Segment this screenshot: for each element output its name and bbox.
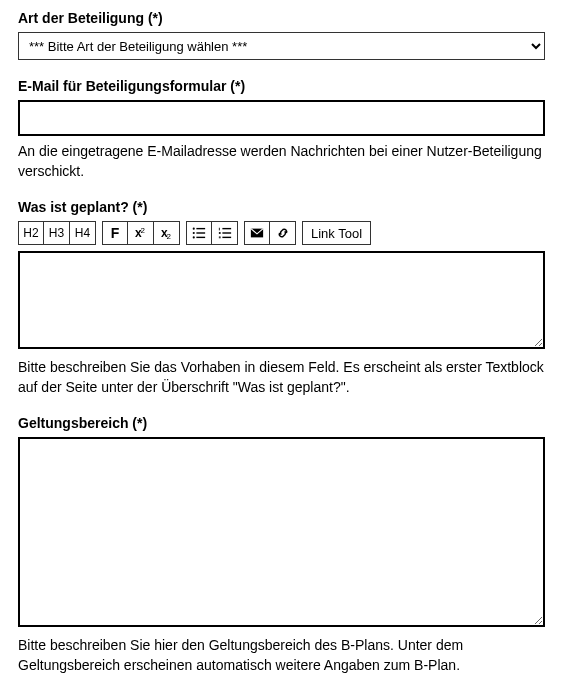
email-label: E-Mail für Beteiligungsformular (*) [18, 78, 545, 94]
svg-rect-13 [222, 237, 231, 238]
rich-text-toolbar: H2 H3 H4 F x2 x2 Link Tool [18, 221, 545, 245]
svg-point-4 [193, 237, 195, 239]
svg-rect-12 [218, 238, 220, 239]
superscript-button[interactable]: x2 [128, 221, 154, 245]
email-input[interactable] [18, 100, 545, 136]
planned-field: Was ist geplant? (*) H2 H3 H4 F x2 x2 [18, 199, 545, 397]
participation-type-field: Art der Beteiligung (*) *** Bitte Art de… [18, 10, 545, 60]
svg-rect-6 [218, 228, 219, 231]
bold-button[interactable]: F [102, 221, 128, 245]
unordered-list-icon [192, 226, 206, 240]
email-button[interactable] [244, 221, 270, 245]
ordered-list-icon [218, 226, 232, 240]
insert-group [244, 221, 296, 245]
svg-rect-9 [218, 233, 220, 234]
scope-help-text: Bitte beschreiben Sie hier den Geltungsb… [18, 636, 545, 675]
scope-textarea[interactable] [18, 437, 545, 627]
svg-rect-7 [222, 228, 231, 229]
svg-rect-3 [196, 232, 205, 233]
heading-group: H2 H3 H4 [18, 221, 96, 245]
svg-rect-8 [218, 232, 220, 233]
scope-label: Geltungsbereich (*) [18, 415, 545, 431]
link-icon [276, 226, 290, 240]
h3-button[interactable]: H3 [44, 221, 70, 245]
svg-point-0 [193, 228, 195, 230]
svg-point-2 [193, 232, 195, 234]
participation-type-label: Art der Beteiligung (*) [18, 10, 545, 26]
participation-type-select[interactable]: *** Bitte Art der Beteiligung wählen *** [18, 32, 545, 60]
envelope-icon [250, 226, 264, 240]
h4-button[interactable]: H4 [70, 221, 96, 245]
unordered-list-button[interactable] [186, 221, 212, 245]
subscript-button[interactable]: x2 [154, 221, 180, 245]
planned-textarea[interactable] [18, 251, 545, 349]
link-tool-button[interactable]: Link Tool [302, 221, 371, 245]
list-group [186, 221, 238, 245]
svg-rect-5 [196, 237, 205, 238]
ordered-list-button[interactable] [212, 221, 238, 245]
h2-button[interactable]: H2 [18, 221, 44, 245]
email-field: E-Mail für Beteiligungsformular (*) An d… [18, 78, 545, 181]
svg-rect-1 [196, 228, 205, 229]
linktool-group: Link Tool [302, 221, 371, 245]
planned-help-text: Bitte beschreiben Sie das Vorhaben in di… [18, 358, 545, 397]
planned-label: Was ist geplant? (*) [18, 199, 545, 215]
email-help-text: An die eingetragene E-Mailadresse werden… [18, 142, 545, 181]
svg-rect-10 [222, 232, 231, 233]
link-button[interactable] [270, 221, 296, 245]
format-group: F x2 x2 [102, 221, 180, 245]
scope-field: Geltungsbereich (*) Bitte beschreiben Si… [18, 415, 545, 675]
svg-rect-11 [218, 237, 220, 238]
